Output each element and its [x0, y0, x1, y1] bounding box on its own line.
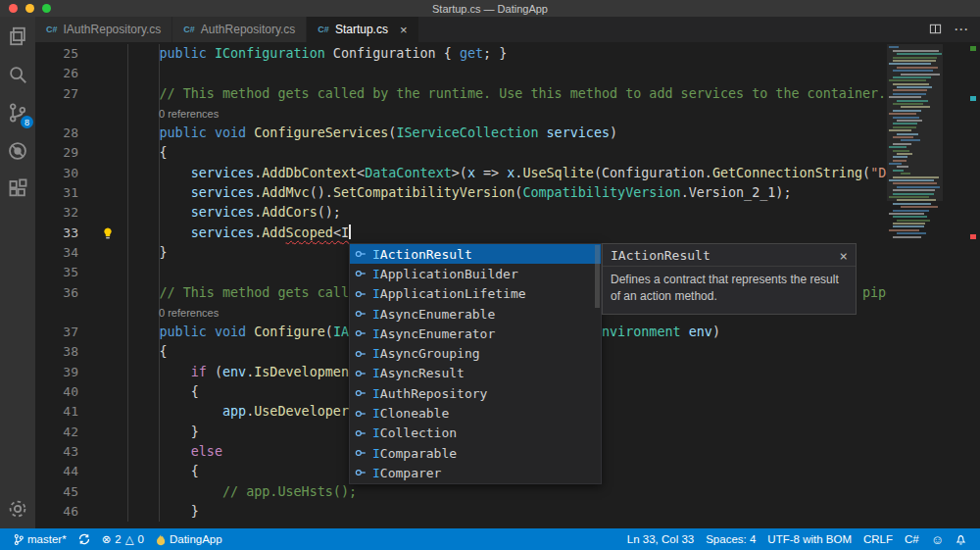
eol-item[interactable]: CRLF — [858, 528, 899, 550]
line-number: 45 — [35, 482, 78, 502]
line-number — [35, 303, 78, 323]
problems-item[interactable]: ⊗ 2 △ 0 — [96, 528, 150, 550]
status-bar: master* ⊗ 2 △ 0 DatingApp Ln 33, Col 33 … — [0, 528, 980, 550]
symbol-interface-icon — [354, 466, 368, 479]
line-number: 29 — [35, 143, 78, 163]
tab-label: IAuthRepository.cs — [64, 23, 162, 36]
suggest-item-iasyncresult[interactable]: IAsyncResult — [350, 364, 601, 383]
line-number: 40 — [35, 382, 78, 402]
csharp-file-icon: C# — [183, 25, 195, 34]
close-icon[interactable]: × — [840, 249, 848, 263]
suggest-item-icloneable[interactable]: ICloneable — [350, 403, 601, 423]
activity-bar: 8 — [0, 17, 35, 528]
line-number: 30 — [35, 164, 78, 183]
source-control-icon[interactable]: 8 — [6, 101, 29, 125]
code-line: 46 } — [35, 502, 980, 522]
suggest-item-iapplicationlifetime[interactable]: IApplicationLifetime — [350, 284, 601, 304]
intellisense-suggest-widget: IActionResultIApplicationBuilderIApplica… — [349, 243, 602, 484]
line-number: 38 — [35, 342, 78, 362]
code-editor[interactable]: 25 public IConfiguration Configuration {… — [35, 42, 980, 528]
line-number: 25 — [35, 44, 78, 64]
symbol-interface-icon — [354, 347, 368, 361]
notifications-bell-item[interactable] — [950, 528, 972, 550]
tab-iauthrepository-cs[interactable]: C#IAuthRepository.cs — [35, 17, 172, 42]
close-tab-icon[interactable]: × — [400, 24, 408, 36]
omnisharp-project-item[interactable]: DatingApp — [150, 528, 228, 550]
explorer-icon[interactable] — [6, 25, 29, 48]
docs-title: IActionResult — [611, 248, 710, 263]
tab-bar: C#IAuthRepository.csC#AuthRepository.csC… — [35, 17, 980, 42]
line-number: 44 — [35, 462, 78, 481]
window-title: Startup.cs — DatingApp — [432, 3, 548, 15]
symbol-interface-icon — [354, 426, 368, 440]
suggest-item-iasyncgrouping[interactable]: IAsyncGrouping — [350, 343, 601, 363]
suggest-docs-panel: IActionResult × Defines a contract that … — [602, 243, 857, 315]
text-cursor — [349, 225, 351, 239]
bell-icon — [956, 533, 966, 545]
ruler-mark-error — [970, 234, 976, 239]
line-number: 37 — [35, 323, 78, 342]
encoding-item[interactable]: UTF-8 with BOM — [761, 528, 858, 550]
suggest-item-icollection[interactable]: ICollection — [350, 424, 601, 443]
ruler-mark-modified — [970, 46, 976, 51]
minimap[interactable] — [887, 42, 943, 528]
suggest-item-iactionresult[interactable]: IActionResult — [350, 244, 601, 264]
csharp-file-icon: C# — [318, 25, 329, 34]
line-number: 35 — [35, 263, 78, 282]
warning-count: 0 — [138, 533, 144, 545]
symbol-interface-icon — [354, 247, 368, 261]
suggest-scrollbar[interactable] — [595, 245, 600, 308]
line-number — [35, 104, 78, 124]
code-line: 32 services.AddCors(); — [35, 203, 980, 223]
suggest-item-icomparer[interactable]: IComparer — [350, 463, 601, 482]
codelens-row[interactable]: 0 references — [35, 104, 980, 124]
close-window-button[interactable] — [9, 4, 18, 13]
docs-body: Defines a contract that represents the r… — [603, 267, 856, 314]
tab-label: AuthRepository.cs — [201, 23, 296, 36]
codelens-references: 0 references — [96, 104, 219, 124]
line-number: 46 — [35, 502, 78, 522]
indentation-item[interactable]: Spaces: 4 — [700, 528, 761, 550]
cursor-position-item[interactable]: Ln 33, Col 33 — [621, 528, 700, 550]
code-line: 26 — [35, 64, 980, 83]
symbol-interface-icon — [354, 267, 368, 280]
split-editor-icon[interactable] — [929, 22, 942, 38]
symbol-interface-icon — [354, 407, 368, 421]
window-controls — [9, 4, 51, 13]
extensions-icon[interactable] — [6, 177, 29, 201]
code-line: 25 public IConfiguration Configuration {… — [35, 44, 980, 64]
settings-gear-icon[interactable] — [6, 497, 29, 521]
git-branch-item[interactable]: master* — [8, 528, 73, 550]
line-number: 31 — [35, 183, 78, 203]
line-number: 27 — [35, 84, 78, 104]
source-control-badge: 8 — [21, 116, 33, 128]
sync-item[interactable] — [73, 528, 96, 550]
suggest-item-icomparable[interactable]: IComparable — [350, 443, 601, 463]
lightbulb-icon[interactable] — [102, 226, 114, 244]
feedback-smiley-item[interactable]: ☺ — [925, 528, 950, 550]
more-actions-icon[interactable]: ⋯ — [954, 21, 968, 38]
line-number: 43 — [35, 442, 78, 462]
symbol-interface-icon — [354, 446, 368, 460]
symbol-interface-icon — [354, 326, 368, 340]
code-line: 30 services.AddDbContext<DataContext>(x … — [35, 164, 980, 183]
smiley-icon: ☺ — [931, 532, 944, 547]
language-mode-item[interactable]: C# — [899, 528, 925, 550]
code-line: 45 // app.UseHsts(); — [35, 482, 980, 502]
symbol-interface-icon — [354, 367, 368, 380]
suggest-item-iauthrepository[interactable]: IAuthRepository — [350, 383, 601, 403]
tab-authrepository-cs[interactable]: C#AuthRepository.cs — [172, 17, 307, 42]
suggest-item-iapplicationbuilder[interactable]: IApplicationBuilder — [350, 264, 601, 283]
debug-icon[interactable] — [6, 139, 29, 163]
minimize-window-button[interactable] — [25, 4, 34, 13]
tab-startup-cs[interactable]: C#Startup.cs× — [307, 17, 418, 42]
suggest-item-iasyncenumerable[interactable]: IAsyncEnumerable — [350, 304, 601, 324]
code-line: 29 { — [35, 143, 980, 163]
line-number: 26 — [35, 64, 78, 83]
search-icon[interactable] — [6, 63, 29, 86]
line-number: 41 — [35, 402, 78, 422]
zoom-window-button[interactable] — [42, 4, 51, 13]
codelens-references: 0 references — [96, 303, 219, 323]
error-count: 2 — [115, 533, 121, 545]
suggest-item-iasyncenumerator[interactable]: IAsyncEnumerator — [350, 324, 601, 343]
